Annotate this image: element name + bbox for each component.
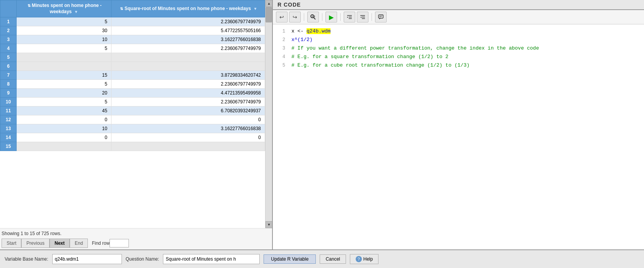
vertical-scrollbar[interactable]: ▲ ▼ xyxy=(265,0,272,228)
svg-rect-11 xyxy=(379,15,383,18)
table-row: 1052.23606797749979 xyxy=(0,98,265,107)
col2-cell: 2.23606797749979 xyxy=(111,98,265,107)
question-name-input[interactable] xyxy=(163,254,260,264)
col1-cell: 45 xyxy=(17,107,111,115)
row-number: 1 xyxy=(0,17,17,26)
col1-cell xyxy=(17,53,111,62)
undo-button[interactable]: ↩ xyxy=(276,12,288,22)
col2-cell: 0 xyxy=(111,115,265,124)
line-number: 1 xyxy=(277,27,285,35)
r-code-wrapper: 1x <- q24b.wdm2x^(1/2)3# If you want a d… xyxy=(273,24,644,249)
code-line: 3# If you want a different power transfo… xyxy=(277,45,639,52)
code-part: x^(1/2) xyxy=(291,37,313,43)
row-number: 2 xyxy=(0,26,17,35)
outdent-button[interactable] xyxy=(357,12,368,22)
toolbar-sep-4 xyxy=(372,13,372,21)
code-part: # E.g. for a cube root transformation ch… xyxy=(291,62,469,68)
col1-cell: 20 xyxy=(17,89,111,98)
find-row-label: Find row xyxy=(92,241,110,246)
comment-icon xyxy=(378,14,384,20)
svg-text:AB: AB xyxy=(312,15,315,18)
table-row: 2305.47722557505166 xyxy=(0,26,265,35)
row-number: 12 xyxy=(0,115,17,124)
col1-header[interactable]: ⇅ Minutes spent on home phone - weekdays… xyxy=(17,0,111,17)
col2-header[interactable]: ⇅ Square-root of Minutes spent on home p… xyxy=(111,0,265,17)
redo-button[interactable]: ↪ xyxy=(289,12,301,22)
table-row: 7153.87298334620742 xyxy=(0,71,265,80)
scroll-track[interactable] xyxy=(265,7,272,221)
row-number: 10 xyxy=(0,98,17,107)
right-panel: R CODE ↩ ↪ AB ▶ xyxy=(273,0,644,249)
indent-icon xyxy=(346,14,353,20)
col2-sort-icon[interactable]: ⇅ xyxy=(120,6,123,11)
code-text: # If you want a different power transfor… xyxy=(291,45,539,52)
col1-cell xyxy=(17,62,111,71)
outdent-icon xyxy=(360,14,366,20)
r-code-area[interactable]: 1x <- q24b.wdm2x^(1/2)3# If you want a d… xyxy=(273,24,644,249)
pagination-buttons: Start Previous Next End Find row xyxy=(2,239,272,248)
col2-cell: 6.70820393249937 xyxy=(111,107,265,115)
col2-cell: 3.16227766016838 xyxy=(111,35,265,44)
toolbar-sep-3 xyxy=(340,13,341,21)
row-number: 11 xyxy=(0,107,17,115)
table-row: 152.23606797749979 xyxy=(0,17,265,26)
toolbar-sep-1 xyxy=(304,13,304,21)
scroll-down-arrow[interactable]: ▼ xyxy=(265,221,272,228)
code-line: 5# E.g. for a cube root transformation c… xyxy=(277,62,639,69)
col2-cell: 2.23606797749979 xyxy=(111,17,265,26)
row-number: 7 xyxy=(0,71,17,80)
r-code-header: R CODE xyxy=(273,0,644,10)
svg-line-1 xyxy=(314,18,316,20)
row-num-header xyxy=(0,0,17,17)
toolbar-sep-2 xyxy=(322,13,322,21)
col2-cell: 2.23606797749979 xyxy=(111,80,265,89)
row-number: 9 xyxy=(0,89,17,98)
col1-cell: 30 xyxy=(17,26,111,35)
next-button[interactable]: Next xyxy=(50,239,70,248)
code-text: x <- q24b.wdm xyxy=(291,27,331,35)
table-row: 1400 xyxy=(0,133,265,142)
col1-cell: 0 xyxy=(17,133,111,142)
indent-button[interactable] xyxy=(344,12,355,22)
row-number: 14 xyxy=(0,133,17,142)
var-base-input[interactable] xyxy=(52,254,122,264)
col2-cell: 5.47722557505166 xyxy=(111,26,265,35)
col1-cell: 5 xyxy=(17,44,111,53)
r-toolbar: ↩ ↪ AB ▶ xyxy=(273,10,644,24)
find-row-input[interactable] xyxy=(110,239,129,247)
table-row: 852.23606797749979 xyxy=(0,80,265,89)
data-table-area: ⇅ Minutes spent on home phone - weekdays… xyxy=(0,0,265,228)
table-row: 1200 xyxy=(0,115,265,124)
table-row: 13103.16227766016838 xyxy=(0,124,265,133)
var-base-label: Variable Base Name: xyxy=(5,256,48,262)
table-row: 3103.16227766016838 xyxy=(0,35,265,44)
row-number: 15 xyxy=(0,142,17,151)
row-number: 13 xyxy=(0,124,17,133)
help-icon: ? xyxy=(356,256,362,262)
start-button[interactable]: Start xyxy=(2,239,21,248)
col2-cell xyxy=(111,142,265,151)
scroll-thumb[interactable] xyxy=(265,7,272,22)
end-button[interactable]: End xyxy=(70,239,88,248)
comment-button[interactable] xyxy=(375,12,387,22)
update-r-variable-button[interactable]: Update R Variable xyxy=(264,254,316,264)
run-button[interactable]: ▶ xyxy=(325,12,337,22)
col1-filter-icon[interactable]: ▼ xyxy=(74,9,78,14)
scroll-up-arrow[interactable]: ▲ xyxy=(265,0,272,7)
previous-button[interactable]: Previous xyxy=(21,239,50,248)
row-number: 5 xyxy=(0,53,17,62)
row-number: 8 xyxy=(0,80,17,89)
find-button[interactable]: AB xyxy=(307,12,319,22)
help-button[interactable]: ? Help xyxy=(350,254,379,264)
col2-filter-icon[interactable]: ▼ xyxy=(253,6,257,11)
code-part: x <- xyxy=(291,28,307,34)
col1-sort-icon[interactable]: ⇅ xyxy=(27,3,31,8)
cancel-button[interactable]: Cancel xyxy=(320,254,346,264)
code-text: # E.g. for a square transformation chang… xyxy=(291,53,449,61)
code-line: 4# E.g. for a square transformation chan… xyxy=(277,53,639,61)
code-line: 1x <- q24b.wdm xyxy=(277,27,639,35)
code-part: # If you want a different power transfor… xyxy=(291,45,539,51)
row-number: 4 xyxy=(0,44,17,53)
line-number: 3 xyxy=(277,45,285,52)
col2-cell: 4.47213595499958 xyxy=(111,89,265,98)
